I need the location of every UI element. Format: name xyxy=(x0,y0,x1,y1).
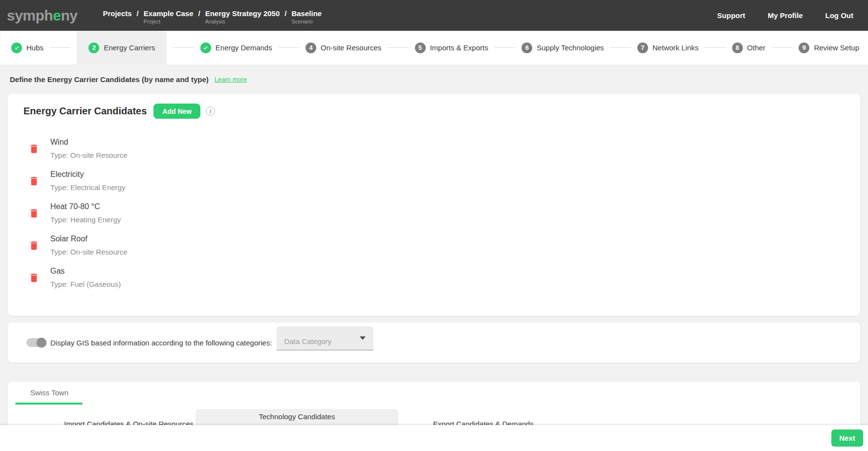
learn-more-link[interactable]: Learn more xyxy=(215,76,247,83)
page-instruction: Define the Energy Carrier Candidates (by… xyxy=(0,64,868,94)
support-link[interactable]: Support xyxy=(717,11,745,20)
breadcrumb-scenario[interactable]: Baseline Scenario xyxy=(291,9,322,18)
breadcrumb-sub-project: Project xyxy=(144,19,160,24)
carrier-name: Gas xyxy=(50,267,121,276)
step-number-badge: 9 xyxy=(799,43,809,53)
breadcrumb-separator: / xyxy=(198,9,200,18)
step-on-site-resources[interactable]: 4 On-site Resources xyxy=(305,31,381,64)
breadcrumb-separator: / xyxy=(284,9,286,18)
step-hubs[interactable]: Hubs xyxy=(11,31,43,64)
chevron-down-icon xyxy=(360,337,366,340)
breadcrumb-project[interactable]: Example Case Project xyxy=(144,9,194,18)
carrier-row-wind: Wind Type: On-site Resource xyxy=(8,132,860,165)
header-links: Support My Profile Log Out xyxy=(717,11,853,20)
check-icon xyxy=(200,43,211,53)
step-connector xyxy=(50,47,70,48)
carrier-list: Wind Type: On-site Resource Electricity … xyxy=(8,132,860,294)
toggle-thumb xyxy=(37,338,46,347)
carrier-type: Type: Fuel (Gaseous) xyxy=(50,280,121,288)
carrier-type: Type: On-site Resource xyxy=(50,151,128,159)
breadcrumb: Projects / Example Case Project / Energy… xyxy=(103,9,322,18)
info-icon[interactable] xyxy=(206,107,215,116)
step-connector xyxy=(610,47,631,48)
step-network-links[interactable]: 7 Network Links xyxy=(637,31,698,64)
carrier-row-electricity: Electricity Type: Electrical Energy xyxy=(8,165,860,197)
breadcrumb-analysis[interactable]: Energy Strategy 2050 Analysis xyxy=(205,9,280,18)
active-tab-indicator xyxy=(15,403,83,405)
step-other[interactable]: 8 Other xyxy=(732,31,766,64)
carrier-type: Type: On-site Resource xyxy=(50,248,128,256)
delete-icon[interactable] xyxy=(28,272,40,283)
carrier-row-gas: Gas Type: Fuel (Gaseous) xyxy=(8,261,860,294)
tab-swiss-town[interactable]: Swiss Town xyxy=(15,382,84,397)
log-out-link[interactable]: Log Out xyxy=(825,11,853,20)
step-connector xyxy=(279,47,299,48)
step-connector xyxy=(705,47,725,48)
step-connector xyxy=(388,47,408,48)
carrier-type: Type: Heating Energy xyxy=(50,215,121,224)
carrier-name: Solar Roof xyxy=(50,235,128,243)
breadcrumb-projects[interactable]: Projects xyxy=(103,9,131,18)
carrier-name: Wind xyxy=(50,138,128,147)
step-connector xyxy=(772,47,792,48)
delete-icon[interactable] xyxy=(28,208,40,219)
step-number-badge: 4 xyxy=(305,43,316,53)
next-button[interactable]: Next xyxy=(831,430,863,447)
gis-toggle-label: Display GIS based information according … xyxy=(50,339,272,347)
step-connector xyxy=(173,47,194,48)
column-header-technology: Technology Candidates xyxy=(259,412,335,421)
step-supply-technologies[interactable]: 6 Supply Technologies xyxy=(521,31,604,64)
carrier-row-heat: Heat 70-80 °C Type: Heating Energy xyxy=(8,197,860,229)
check-icon xyxy=(11,43,22,53)
step-review-setup[interactable]: 9 Review Setup xyxy=(799,31,859,64)
setup-stepper: Hubs 2 Energy Carriers Energy Demands 4 … xyxy=(0,31,868,64)
data-category-select[interactable]: Data Category xyxy=(277,326,373,350)
instruction-text: Define the Energy Carrier Candidates (by… xyxy=(10,75,209,84)
card-title: Energy Carrier Candidates xyxy=(23,106,147,117)
step-number-badge: 7 xyxy=(637,43,648,53)
delete-icon[interactable] xyxy=(28,175,40,187)
card-header: Energy Carrier Candidates Add New xyxy=(8,94,860,119)
energy-carrier-candidates-card: Energy Carrier Candidates Add New Wind T… xyxy=(8,94,860,316)
step-number-badge: 8 xyxy=(732,43,743,53)
step-energy-demands[interactable]: Energy Demands xyxy=(200,31,272,64)
step-number-badge: 6 xyxy=(521,43,532,53)
delete-icon[interactable] xyxy=(28,240,40,251)
carrier-row-solar-roof: Solar Roof Type: On-site Resource xyxy=(8,229,860,261)
step-number-badge: 2 xyxy=(88,43,99,53)
gis-toggle[interactable] xyxy=(26,338,46,347)
carrier-type: Type: Electrical Energy xyxy=(50,183,125,192)
gis-settings-card: Display GIS based information according … xyxy=(8,322,860,363)
step-imports-exports[interactable]: 5 Imports & Exports xyxy=(415,31,488,64)
step-number-badge: 5 xyxy=(415,43,426,53)
breadcrumb-sub-analysis: Analysis xyxy=(205,19,225,24)
add-new-button[interactable]: Add New xyxy=(153,104,200,119)
step-connector xyxy=(495,47,515,48)
breadcrumb-sub-scenario: Scenario xyxy=(291,19,312,24)
delete-icon[interactable] xyxy=(28,143,40,154)
sympheny-logo[interactable]: sympheny xyxy=(7,7,77,24)
select-placeholder: Data Category xyxy=(284,337,332,345)
carrier-name: Electricity xyxy=(50,170,125,179)
step-energy-carriers[interactable]: 2 Energy Carriers xyxy=(77,31,167,64)
bottom-action-bar: Next xyxy=(0,425,868,451)
carrier-name: Heat 70-80 °C xyxy=(50,202,121,211)
breadcrumb-separator: / xyxy=(137,9,139,18)
my-profile-link[interactable]: My Profile xyxy=(768,11,803,20)
app-header: sympheny Projects / Example Case Project… xyxy=(0,0,868,31)
